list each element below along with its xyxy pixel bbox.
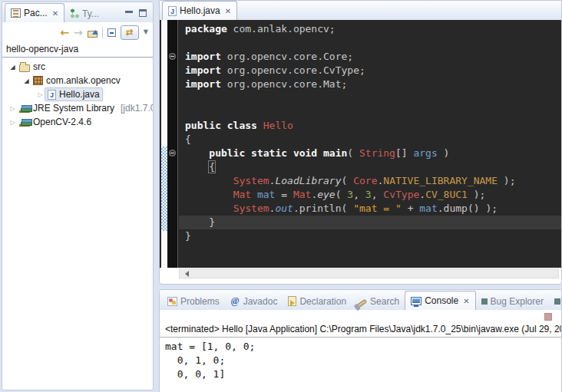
code-token: public static void main — [209, 147, 347, 159]
code-token: mat — [419, 203, 437, 214]
editor-tabbar: Hello.java ✕ — [160, 1, 561, 20]
up-icon[interactable] — [88, 31, 98, 38]
code-token: System — [233, 203, 269, 214]
tree-item-content: Hello.java — [45, 87, 103, 101]
tab-label: Search — [370, 296, 399, 307]
code-token: out — [275, 203, 293, 214]
code-line: import org.opencv.core.Core; — [179, 50, 561, 64]
code-token: = — [275, 189, 293, 200]
collapse-all-icon[interactable] — [107, 28, 116, 37]
close-icon[interactable]: ✕ — [463, 297, 469, 305]
code-token: CV_8UC1 — [425, 189, 468, 200]
tree-collapsed-icon[interactable]: ▷ — [36, 91, 45, 98]
code-token: } — [185, 230, 191, 242]
tab-problems[interactable]: Problems — [162, 292, 225, 310]
fold-collapse-icon[interactable] — [169, 53, 176, 60]
minimize-icon[interactable] — [125, 11, 133, 18]
code-token: package — [185, 23, 227, 35]
tree-item-jre-system-library[interactable]: ▷JRE System Library[jdk1.7.0 — [2, 101, 153, 115]
console-icon — [411, 297, 422, 305]
tree-item-com-anlak-opencv[interactable]: ◢com.anlak.opencv — [2, 74, 153, 87]
search-icon — [357, 298, 368, 308]
tab-bug[interactable]: Bug — [549, 292, 562, 310]
close-icon[interactable]: ✕ — [52, 9, 58, 18]
code-token: ) — [438, 147, 450, 159]
package-icon — [33, 76, 43, 85]
code-token: ( — [347, 147, 359, 159]
maximize-icon[interactable] — [139, 9, 147, 17]
horizontal-scrollbar[interactable] — [179, 268, 559, 278]
problems-icon — [167, 297, 177, 306]
code-line: import org.opencv.core.CvType; — [179, 64, 561, 77]
code-token — [257, 120, 263, 131]
link-with-editor-icon[interactable] — [121, 25, 139, 40]
code-line — [179, 105, 561, 119]
tab-label: Bug Explorer — [491, 296, 544, 307]
code-token: mat — [257, 189, 275, 200]
code-token: args — [413, 147, 437, 159]
bug-square-icon — [481, 298, 488, 305]
tab-bug-explorer[interactable]: Bug Explorer — [476, 292, 549, 310]
view-menu-icon[interactable] — [144, 28, 148, 36]
forward-icon[interactable] — [74, 26, 83, 38]
console-output[interactable]: mat = [1, 0, 0; 0, 1, 0; 0, 0, 1] — [160, 338, 561, 381]
code-token — [185, 147, 209, 159]
tree-item-content: JRE System Library[jdk1.7.0 — [17, 103, 153, 114]
back-icon[interactable] — [60, 26, 69, 38]
code-line: public class Hello — [179, 119, 561, 133]
package-folder-icon — [19, 64, 30, 72]
code-token: ); — [468, 189, 485, 200]
view-tabs: Pac...✕Ty... — [5, 3, 104, 22]
tab-javadoc[interactable]: Javadoc — [225, 292, 283, 310]
code-token: Mat — [233, 189, 251, 200]
code-token: , — [353, 189, 365, 200]
code-token: . — [293, 203, 299, 214]
code-token: org.opencv.core.Core; — [221, 51, 353, 62]
console-panel: ProblemsJavadocDeclarationSearchConsole✕… — [159, 289, 562, 392]
code-line: System.LoadLibrary( Core.NATIVE_LIBRARY_… — [179, 174, 561, 188]
library-icon — [19, 110, 30, 113]
code-token: import — [185, 64, 221, 76]
code-line — [179, 91, 561, 105]
tab-pac[interactable]: Pac...✕ — [5, 3, 64, 22]
editor-tab-hello-java[interactable]: Hello.java ✕ — [162, 1, 237, 20]
tree-collapsed-icon[interactable]: ▷ — [8, 119, 17, 126]
code-token: CvType — [383, 189, 419, 200]
code-token: , — [372, 189, 384, 200]
console-view-tabs: ProblemsJavadocDeclarationSearchConsole✕… — [162, 291, 562, 310]
code-line: System.out.println( "mat = " + mat.dump(… — [179, 202, 561, 216]
code-line — [179, 36, 561, 50]
code-token: Core — [353, 175, 377, 186]
folding-ruler[interactable] — [167, 20, 178, 268]
console-toolbar — [160, 310, 561, 323]
tab-console[interactable]: Console✕ — [405, 291, 475, 310]
code-line: { — [179, 133, 561, 147]
tree-expanded-icon[interactable]: ◢ — [8, 64, 17, 71]
scroll-left-arrow-icon[interactable] — [182, 271, 189, 277]
code-token: org.opencv.core.Mat; — [221, 78, 347, 90]
code-editor-area[interactable]: package com.anlak.opencv;import org.open… — [179, 20, 561, 268]
code-line: } — [179, 229, 561, 243]
tab-declaration[interactable]: Declaration — [283, 292, 352, 310]
code-token: ); — [498, 175, 515, 186]
tree-item-src[interactable]: ◢src — [2, 60, 153, 74]
annotation-ruler[interactable] — [161, 20, 167, 268]
declaration-icon — [288, 296, 296, 306]
tree-collapsed-icon[interactable]: ▷ — [8, 105, 17, 112]
toolbar-separator — [102, 27, 103, 38]
project-root-label[interactable]: hello-opencv-java — [2, 42, 153, 58]
tree-expanded-icon[interactable]: ◢ — [22, 77, 31, 84]
tab-search[interactable]: Search — [352, 292, 405, 310]
tree-item-opencv-2-4-6[interactable]: ▷OpenCV-2.4.6 — [2, 115, 153, 129]
tab-ty[interactable]: Ty... — [64, 5, 104, 22]
tab-label: Ty... — [82, 8, 99, 19]
terminate-icon[interactable] — [544, 313, 552, 321]
tab-label: Pac... — [24, 8, 48, 18]
code-token: . — [438, 203, 444, 214]
fold-collapse-icon[interactable] — [169, 150, 176, 156]
tree-item-hello-java[interactable]: ▷Hello.java — [2, 87, 153, 101]
tree-item-label: JRE System Library — [33, 103, 114, 114]
code-token — [185, 203, 233, 214]
close-icon[interactable]: ✕ — [225, 7, 231, 15]
code-token: println — [299, 203, 342, 214]
